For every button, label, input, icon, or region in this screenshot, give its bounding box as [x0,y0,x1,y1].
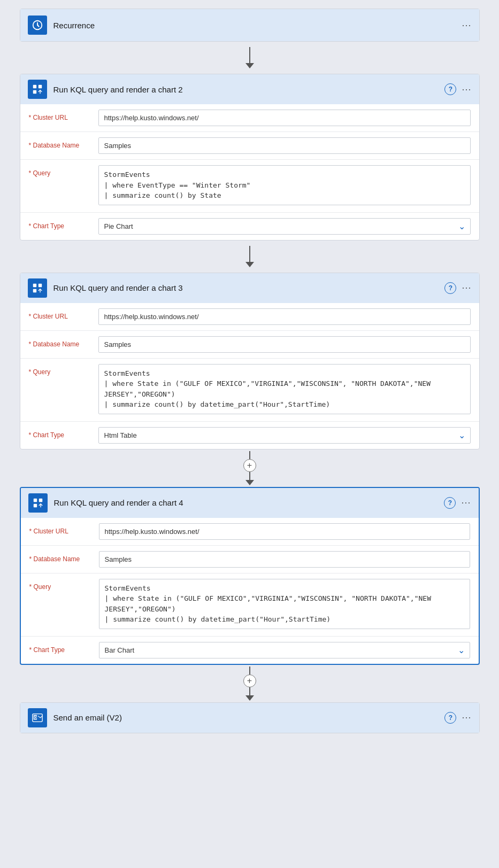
svg-rect-5 [33,283,36,286]
card-3-body: Cluster URL Database Name Query StormEve… [20,303,479,449]
email-card-more-button[interactable]: ··· [462,712,471,723]
card-2-actions: ? ··· [444,83,471,95]
card-3-help-button[interactable]: ? [444,282,456,294]
svg-rect-2 [38,85,41,88]
card-2-chart-type-select[interactable]: Pie Chart Bar Chart Html Table [98,218,471,235]
arrow-head-plus-1 [245,480,254,485]
card-3-header: Run KQL query and render a chart 3 ? ··· [20,273,479,303]
add-step-button-1[interactable]: + [243,459,256,472]
card-3-cluster-url-label: Cluster URL [29,308,98,320]
card-3-more-button[interactable]: ··· [462,282,471,293]
svg-rect-9 [33,498,36,501]
card-4-cluster-url-value [99,523,470,540]
card-2-db-name-row: Database Name [20,132,479,160]
card-4-chart-type-row: Chart Type Bar Chart Pie Chart Html Tabl… [21,637,479,664]
card-3-query-textarea[interactable]: StormEvents | where State in ("GULF OF M… [98,364,471,414]
card-4-db-name-input[interactable] [99,551,470,568]
card-3-chart-type-value: Html Table Bar Chart Pie Chart ⌄ [98,427,471,444]
card-4-chart-type-select[interactable]: Bar Chart Pie Chart Html Table [99,642,470,658]
arrow-head-plus-2 [245,695,254,701]
svg-rect-11 [33,503,36,507]
card-4: Run KQL query and render a chart 4 ? ···… [20,487,480,665]
card-2-cluster-url-label: Cluster URL [29,110,98,121]
card-2-cluster-url-value [98,110,471,126]
card-4-body: Cluster URL Database Name Query StormEve… [21,518,479,664]
card-4-chart-type-label: Chart Type [29,642,99,654]
card-3: Run KQL query and render a chart 3 ? ···… [20,273,480,449]
svg-rect-10 [39,498,42,501]
flow-container: Recurrence ··· Run KQL query and ren [9,9,490,733]
card-2-icon [28,80,47,99]
email-card-icon: O [28,708,47,727]
card-2-query-label: Query [29,165,98,177]
email-icon: O [32,712,43,724]
card-2-cluster-url-row: Cluster URL [20,104,479,132]
arrow-line-bottom-1 [249,472,250,480]
arrow-connector-plus-1: + [243,449,256,487]
card-2-help-button[interactable]: ? [444,83,456,95]
card-2-query-row: Query StormEvents | where EventType == "… [20,160,479,213]
add-step-button-2[interactable]: + [243,675,256,687]
arrow-line-2 [249,246,250,262]
card-3-cluster-url-row: Cluster URL [20,303,479,331]
card-4-help-button[interactable]: ? [444,497,456,509]
card-4-cluster-url-label: Cluster URL [29,523,99,535]
card-3-cluster-url-value [98,308,471,325]
recurrence-more-button[interactable]: ··· [462,20,471,31]
svg-rect-7 [33,289,36,292]
arrow-connector-plus-2: + [243,665,256,702]
kql-icon-2 [32,83,43,95]
card-2-header: Run KQL query and render a chart 2 ? ··· [20,74,479,104]
arrow-connector-1 [245,42,254,74]
card-4-db-name-label: Database Name [29,551,99,563]
arrow-line-top-2 [249,666,250,675]
email-card: O Send an email (V2) ? ··· [20,702,480,733]
card-3-chart-type-label: Chart Type [29,427,98,439]
card-2-title: Run KQL query and render a chart 2 [53,85,439,94]
card-4-query-value: StormEvents | where State in ("GULF OF M… [99,579,470,631]
card-4-db-name-row: Database Name [21,546,479,574]
recurrence-title: Recurrence [53,21,456,30]
recurrence-card: Recurrence ··· [20,9,480,42]
card-2-body: Cluster URL Database Name Query StormEve… [20,104,479,240]
card-4-actions: ? ··· [444,497,471,509]
card-2-chart-type-label: Chart Type [29,218,98,230]
card-2-more-button[interactable]: ··· [462,84,471,95]
kql-icon-3 [32,282,43,294]
svg-text:O: O [34,715,37,719]
card-3-cluster-url-input[interactable] [98,308,471,325]
card-2-query-value: StormEvents | where EventType == "Winter… [98,165,471,207]
card-4-header: Run KQL query and render a chart 4 ? ··· [21,488,479,518]
card-2-chart-type-value: Pie Chart Bar Chart Html Table ⌄ [98,218,471,235]
svg-rect-1 [33,85,36,88]
card-4-query-label: Query [29,579,99,591]
card-4-query-textarea[interactable]: StormEvents | where State in ("GULF OF M… [99,579,470,629]
recurrence-actions: ··· [462,20,471,31]
card-3-query-row: Query StormEvents | where State in ("GUL… [20,359,479,422]
card-2-chart-type-row: Chart Type Pie Chart Bar Chart Html Tabl… [20,213,479,240]
arrow-line-1 [249,47,250,63]
card-4-icon [28,493,48,513]
svg-rect-6 [38,283,41,286]
clock-icon [32,19,43,31]
card-3-actions: ? ··· [444,282,471,294]
card-3-icon [28,278,47,298]
arrow-head-2 [245,262,254,267]
card-3-title: Run KQL query and render a chart 3 [53,283,439,292]
card-4-title: Run KQL query and render a chart 4 [54,498,438,507]
card-2-db-name-value [98,137,471,154]
arrow-head-1 [245,63,254,68]
card-2-cluster-url-input[interactable] [98,110,471,126]
card-4-more-button[interactable]: ··· [461,497,471,508]
card-3-db-name-input[interactable] [98,336,471,353]
card-4-cluster-url-input[interactable] [99,523,470,540]
email-card-actions: ? ··· [444,712,471,724]
recurrence-icon [28,15,47,35]
card-4-query-row: Query StormEvents | where State in ("GUL… [21,574,479,637]
card-2-db-name-input[interactable] [98,137,471,154]
email-card-help-button[interactable]: ? [444,712,456,724]
card-4-chart-type-select-wrapper: Bar Chart Pie Chart Html Table ⌄ [99,642,470,658]
card-3-chart-type-select[interactable]: Html Table Bar Chart Pie Chart [98,427,471,444]
card-2-query-textarea[interactable]: StormEvents | where EventType == "Winter… [98,165,471,205]
card-2: Run KQL query and render a chart 2 ? ···… [20,74,480,241]
